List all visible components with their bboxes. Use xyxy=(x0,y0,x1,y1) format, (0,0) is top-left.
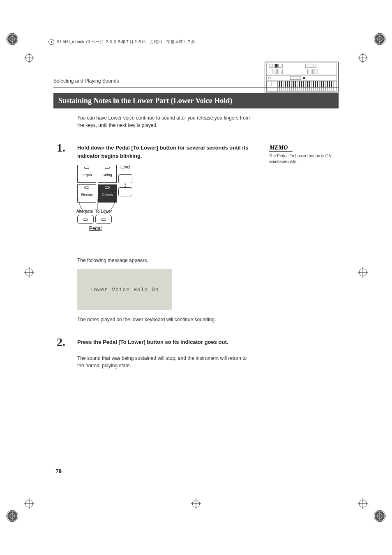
panel-alternate-button xyxy=(77,215,94,224)
intro-text: You can have Lower voice continue to sou… xyxy=(77,114,254,129)
svg-rect-116 xyxy=(317,81,318,87)
memo-label: MEMO xyxy=(269,145,293,152)
svg-rect-107 xyxy=(293,81,294,87)
memo-box: MEMO The Pedal [To Lower] button is ON s… xyxy=(269,144,339,165)
step-1-instruction: Hold down the Pedal [To Lower] button fo… xyxy=(77,144,250,160)
svg-rect-105 xyxy=(287,81,288,87)
panel-tolower-button xyxy=(95,215,112,224)
panel-tolower-label: To Lower xyxy=(95,209,112,214)
panel-level-down-button xyxy=(118,187,132,196)
svg-rect-46 xyxy=(306,64,308,68)
registration-mark xyxy=(357,53,368,63)
registration-mark xyxy=(191,498,201,509)
step-1-after-lcd-text: The notes played on the lower keyboard w… xyxy=(77,316,254,323)
panel-button-diagram: Organ String Electric Others xyxy=(77,165,143,247)
svg-rect-113 xyxy=(309,81,310,87)
svg-rect-110 xyxy=(301,81,302,87)
svg-rect-109 xyxy=(299,81,300,87)
memo-text: The Pedal [To Lower] button is ON simult… xyxy=(269,153,339,165)
registration-mark xyxy=(357,498,368,509)
svg-rect-42 xyxy=(270,64,272,68)
lcd-text: Lower Voice Hold On xyxy=(90,287,159,293)
svg-rect-120 xyxy=(329,81,330,87)
svg-rect-106 xyxy=(289,81,290,87)
panel-others-button: Others xyxy=(98,184,117,203)
panel-pedal-label: Pedal xyxy=(77,226,113,231)
header-meta-text: AT-500_e.book 70 ページ ２００８年７月２８日 月曜日 午後４時… xyxy=(57,39,195,45)
page-number: 70 xyxy=(55,468,62,475)
color-target-top-left xyxy=(6,33,18,45)
book-icon: ✦ xyxy=(48,39,54,45)
keyboard-panel-diagram xyxy=(265,62,339,92)
svg-rect-108 xyxy=(295,81,296,87)
lcd-display: Lower Voice Hold On xyxy=(77,269,172,310)
panel-organ-button: Organ xyxy=(77,165,96,183)
color-target-bottom-left xyxy=(6,510,18,522)
panel-level-label: Level xyxy=(120,165,130,169)
svg-rect-119 xyxy=(327,81,328,87)
section-title: Sustaining Notes in the Lower Part (Lowe… xyxy=(53,93,339,108)
svg-rect-103 xyxy=(281,81,282,87)
svg-rect-67 xyxy=(266,75,337,81)
svg-rect-114 xyxy=(313,81,314,87)
svg-rect-44 xyxy=(275,64,278,68)
svg-rect-69 xyxy=(291,76,301,80)
svg-rect-43 xyxy=(273,64,274,68)
step-2-number: 2. xyxy=(53,336,70,349)
svg-rect-118 xyxy=(323,81,324,87)
svg-rect-104 xyxy=(285,81,286,87)
registration-mark xyxy=(357,267,368,278)
registration-mark xyxy=(24,53,35,63)
panel-level-up-button xyxy=(118,174,132,183)
panel-electric-button: Electric xyxy=(77,184,96,203)
svg-rect-112 xyxy=(307,81,308,87)
step-1-number: 1. xyxy=(53,141,70,154)
svg-rect-47 xyxy=(309,64,313,68)
svg-point-68 xyxy=(268,77,271,79)
step-2-instruction: Press the Pedal [To Lower] button so its… xyxy=(77,338,228,346)
step-2: 2. Press the Pedal [To Lower] button so … xyxy=(53,336,339,349)
svg-point-70 xyxy=(303,77,305,79)
svg-rect-45 xyxy=(279,64,283,68)
svg-rect-117 xyxy=(321,81,322,87)
svg-rect-102 xyxy=(279,81,280,87)
svg-rect-121 xyxy=(331,81,332,87)
svg-rect-111 xyxy=(303,81,304,87)
svg-rect-115 xyxy=(315,81,316,87)
header-meta: ✦ AT-500_e.book 70 ページ ２００８年７月２８日 月曜日 午後… xyxy=(48,39,195,45)
color-target-bottom-right xyxy=(374,510,386,522)
registration-mark xyxy=(24,267,35,278)
step-2-body: The sound that was being sustained will … xyxy=(77,355,254,369)
registration-mark xyxy=(24,498,35,509)
svg-rect-48 xyxy=(314,64,316,68)
svg-rect-72 xyxy=(271,81,275,86)
step-1-after-panel-text: The following message appears. xyxy=(77,257,254,264)
color-target-top-right xyxy=(374,33,386,45)
panel-string-button: String xyxy=(98,165,117,183)
panel-alternate-label: Alternate xyxy=(76,209,93,214)
